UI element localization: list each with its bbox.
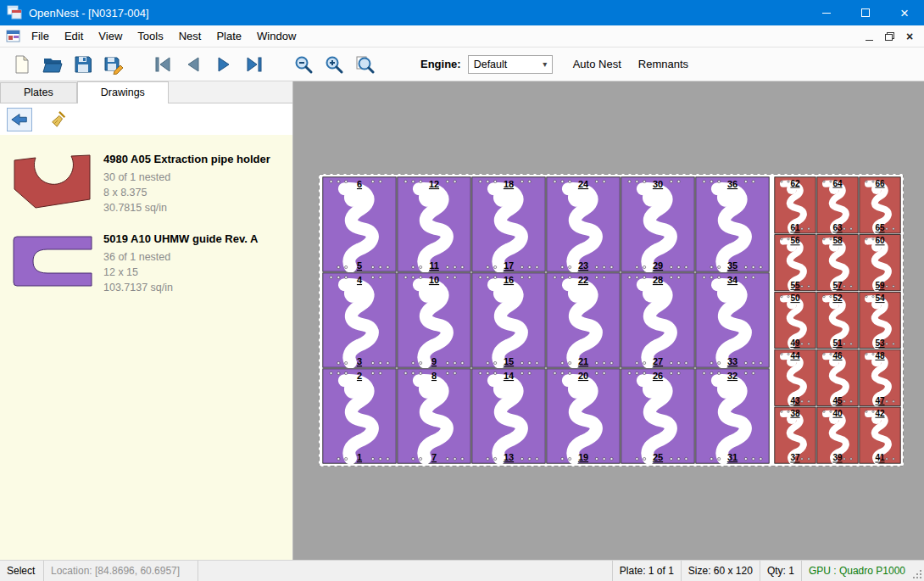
menu-nest[interactable]: Nest — [171, 26, 209, 46]
mdi-restore-button[interactable] — [880, 28, 899, 45]
drill-hole — [886, 343, 888, 344]
first-plate-button[interactable] — [148, 50, 178, 79]
nest-part-pair[interactable]: 21 — [323, 369, 396, 463]
nest-part-pair[interactable]: 65 — [323, 177, 396, 271]
drill-hole — [808, 228, 810, 230]
nest-part-pair[interactable]: 2221 — [547, 273, 620, 367]
drill-hole — [379, 457, 381, 460]
menu-plate[interactable]: Plate — [209, 26, 249, 46]
nest-part-pair[interactable]: 1817 — [472, 177, 545, 271]
drill-hole — [801, 400, 803, 402]
drill-hole — [808, 285, 810, 287]
nest-part-pair[interactable]: 87 — [398, 369, 470, 463]
menu-window[interactable]: Window — [249, 26, 303, 46]
nest-part-pair[interactable]: 4039 — [817, 407, 858, 463]
zoom-fit-button[interactable] — [349, 50, 380, 79]
nest-part-pair[interactable]: 4241 — [860, 407, 900, 463]
nest-part-pair[interactable]: 4443 — [775, 349, 815, 405]
nest-viewport[interactable]: 6512111817242330293635431091615222128273… — [293, 81, 924, 560]
mdi-minimize-button[interactable] — [860, 28, 878, 45]
part-number-label: 4 — [357, 275, 363, 285]
drill-hole — [752, 372, 754, 374]
drill-hole — [872, 411, 874, 412]
nest-part-pair[interactable]: 1413 — [472, 369, 545, 463]
menu-view[interactable]: View — [91, 26, 130, 46]
open-button[interactable] — [37, 50, 68, 79]
remnants-button[interactable]: Remnants — [630, 52, 697, 76]
nest-part-pair[interactable]: 6665 — [860, 177, 900, 233]
return-part-button[interactable] — [7, 108, 32, 131]
nest-part-pair[interactable]: 2827 — [621, 273, 694, 367]
previous-plate-button[interactable] — [178, 50, 209, 79]
nest-part-pair[interactable]: 6059 — [860, 235, 900, 291]
drawing-area: 30.7815 sq/in — [103, 200, 270, 215]
resize-grip[interactable] — [912, 561, 924, 581]
tab-drawings[interactable]: Drawings — [77, 81, 169, 103]
drill-hole — [487, 361, 489, 364]
last-plate-button[interactable] — [239, 50, 270, 79]
zoom-out-button[interactable] — [288, 50, 319, 79]
nest-part-pair[interactable]: 2625 — [621, 369, 694, 463]
save-as-button[interactable] — [98, 50, 129, 79]
nest-part-pair[interactable]: 5655 — [775, 235, 815, 291]
next-plate-button[interactable] — [209, 50, 239, 79]
nest-part-pair[interactable]: 3837 — [775, 407, 815, 463]
tab-plates[interactable]: Plates — [0, 82, 77, 103]
drill-hole — [371, 457, 374, 460]
drawing-title: 5019 A10 UHMW guide Rev. A — [103, 232, 258, 245]
auto-nest-button[interactable]: Auto Nest — [565, 52, 630, 76]
nest-part-pair[interactable]: 3029 — [621, 177, 694, 271]
mdi-close-button[interactable]: × — [900, 28, 919, 45]
plate-canvas[interactable]: 6512111817242330293635431091615222128273… — [319, 174, 904, 466]
drill-hole — [479, 372, 481, 374]
nest-part-pair[interactable]: 5049 — [775, 292, 815, 348]
nest-part-pair[interactable]: 109 — [398, 273, 470, 367]
zoom-in-button[interactable] — [319, 50, 349, 79]
nest-part-pair[interactable]: 5251 — [817, 292, 858, 348]
drill-hole — [345, 265, 348, 268]
chevron-down-icon: ▾ — [538, 59, 552, 69]
close-button[interactable]: × — [885, 0, 924, 25]
drawing-item-uhmw-guide[interactable]: 5019 A10 UHMW guide Rev. A 36 of 1 neste… — [5, 223, 287, 299]
drill-hole — [412, 180, 415, 182]
nest-part-pair[interactable]: 4847 — [860, 349, 900, 405]
nest-part-pair[interactable]: 6463 — [817, 177, 858, 233]
maximize-button[interactable] — [846, 0, 885, 25]
part-number-label: 14 — [504, 371, 515, 381]
part-number-label: 56 — [790, 236, 800, 245]
drill-hole — [752, 180, 754, 182]
clear-nest-button[interactable] — [46, 108, 71, 131]
nest-part-pair[interactable]: 43 — [323, 273, 396, 367]
drill-hole — [744, 372, 747, 374]
menu-tools[interactable]: Tools — [130, 26, 170, 46]
nest-part-pair[interactable]: 3231 — [696, 369, 769, 463]
menu-edit[interactable]: Edit — [57, 26, 91, 46]
nest-part-pair[interactable]: 4645 — [817, 349, 858, 405]
drill-hole — [487, 276, 489, 278]
drawing-item-extraction-pipe-holder[interactable]: 4980 A05 Extraction pipe holder 30 of 1 … — [5, 143, 287, 220]
nest-part-pair[interactable]: 1211 — [398, 177, 470, 271]
nest-part-pair[interactable]: 5453 — [860, 292, 900, 348]
new-button[interactable] — [7, 50, 37, 79]
nest-part-pair[interactable]: 3433 — [696, 273, 769, 367]
drill-hole — [830, 295, 832, 297]
nest-part-pair[interactable]: 2423 — [547, 177, 620, 271]
minimize-button[interactable] — [807, 0, 846, 25]
menu-file[interactable]: File — [24, 26, 57, 46]
drill-hole — [850, 343, 852, 344]
nest-part-pair[interactable]: 1615 — [472, 273, 545, 367]
engine-select[interactable]: Default ▾ — [468, 55, 553, 74]
nest-part-pair[interactable]: 6261 — [775, 177, 815, 233]
nest-part-pair[interactable]: 3635 — [696, 177, 769, 271]
part-number-label: 17 — [504, 260, 514, 271]
drill-hole — [412, 265, 415, 268]
nest-part-pair[interactable]: 5857 — [817, 235, 858, 291]
nest-drawing[interactable]: 6512111817242330293635431091615222128273… — [319, 174, 904, 466]
drill-hole — [823, 181, 825, 182]
drill-hole — [387, 265, 389, 268]
save-button[interactable] — [68, 50, 98, 79]
drill-hole — [404, 180, 407, 182]
drill-hole — [446, 361, 448, 364]
nest-part-pair[interactable]: 2019 — [547, 369, 620, 463]
drill-hole — [569, 276, 571, 278]
